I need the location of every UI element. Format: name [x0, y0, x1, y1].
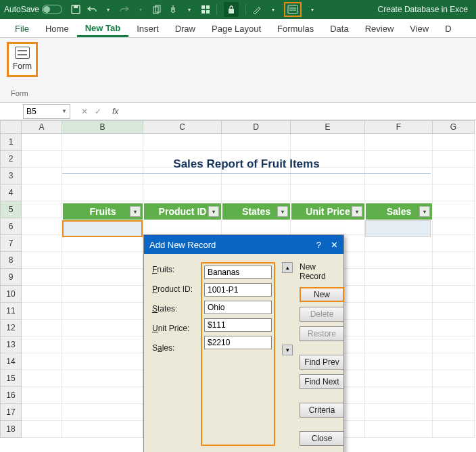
cell[interactable] — [433, 151, 475, 168]
cell[interactable] — [365, 353, 433, 370]
cell[interactable] — [365, 303, 433, 320]
cell[interactable] — [143, 134, 222, 151]
copy-icon[interactable] — [151, 4, 162, 15]
cell[interactable] — [62, 320, 143, 336]
filter-dropdown-icon[interactable]: ▾ — [352, 206, 362, 217]
cell[interactable] — [62, 252, 143, 269]
cell[interactable] — [22, 421, 62, 438]
cell[interactable] — [433, 184, 475, 201]
lock-icon[interactable] — [224, 2, 239, 17]
cell[interactable] — [22, 134, 62, 151]
cell[interactable] — [433, 252, 475, 269]
cell[interactable] — [222, 184, 291, 201]
cell[interactable] — [365, 421, 433, 438]
cell[interactable] — [62, 303, 143, 320]
tab-new-tab[interactable]: New Tab — [77, 20, 129, 37]
column-header-D[interactable]: D — [222, 120, 291, 134]
column-header-B[interactable]: B — [62, 120, 143, 134]
undo-dropdown-icon[interactable]: ▾ — [103, 4, 114, 15]
row-header-13[interactable]: 13 — [0, 336, 22, 353]
cell[interactable] — [22, 303, 62, 320]
confirm-icon[interactable]: ✓ — [95, 107, 101, 116]
cell[interactable] — [22, 168, 62, 184]
row-header-5[interactable]: 5 — [0, 201, 22, 218]
row-header-9[interactable]: 9 — [0, 269, 22, 286]
cell[interactable] — [433, 320, 475, 336]
active-cell-highlight[interactable] — [62, 220, 143, 237]
cell[interactable] — [22, 387, 62, 404]
cell[interactable] — [222, 218, 291, 235]
cell[interactable] — [22, 320, 62, 336]
cell[interactable] — [62, 235, 143, 252]
cell[interactable] — [433, 404, 475, 421]
pen-icon[interactable] — [252, 4, 262, 15]
row-header-17[interactable]: 17 — [0, 404, 22, 421]
column-header-F[interactable]: F — [365, 120, 433, 134]
find-prev-button[interactable]: Find Prev — [300, 355, 344, 370]
field-input-productid[interactable] — [204, 283, 272, 297]
row-header-16[interactable]: 16 — [0, 387, 22, 404]
tab-draw[interactable]: Draw — [167, 20, 204, 37]
cell[interactable] — [62, 336, 143, 353]
row-header-2[interactable]: 2 — [0, 151, 22, 168]
cell[interactable] — [22, 404, 62, 421]
close-button[interactable]: Close — [300, 431, 344, 446]
criteria-button[interactable]: Criteria — [300, 403, 344, 418]
scroll-down-icon[interactable]: ▾ — [282, 345, 293, 355]
row-header-10[interactable]: 10 — [0, 286, 22, 303]
field-input-sales[interactable] — [204, 336, 272, 349]
tab-page-layout[interactable]: Page Layout — [204, 20, 269, 37]
cell[interactable] — [365, 370, 433, 387]
cell[interactable] — [291, 218, 365, 235]
cell[interactable] — [143, 184, 222, 201]
redo-icon[interactable] — [119, 4, 130, 15]
cell[interactable] — [433, 218, 475, 235]
column-header-A[interactable]: A — [22, 120, 62, 134]
cell[interactable] — [433, 235, 475, 252]
cell[interactable] — [62, 404, 143, 421]
row-header-7[interactable]: 7 — [0, 235, 22, 252]
name-box[interactable]: B5 ▼ — [23, 104, 70, 119]
cell[interactable] — [365, 387, 433, 404]
cell[interactable] — [365, 184, 433, 201]
cell[interactable] — [22, 252, 62, 269]
cell[interactable] — [433, 336, 475, 353]
row-header-1[interactable]: 1 — [0, 134, 22, 151]
name-box-dropdown-icon[interactable]: ▼ — [62, 108, 67, 114]
delete-button[interactable]: Delete — [300, 307, 344, 322]
filter-dropdown-icon[interactable]: ▾ — [208, 206, 219, 217]
autosave-toggle[interactable] — [42, 5, 62, 14]
cell[interactable] — [22, 235, 62, 252]
tab-home[interactable]: Home — [37, 20, 77, 37]
form-quick-icon[interactable] — [287, 4, 298, 15]
column-header-G[interactable]: G — [433, 120, 475, 134]
dialog-close-icon[interactable]: ✕ — [331, 240, 338, 250]
cell[interactable] — [365, 320, 433, 336]
form-button[interactable]: Form — [7, 42, 38, 77]
cell[interactable] — [143, 218, 222, 235]
find-next-button[interactable]: Find Next — [300, 374, 344, 389]
qat-more-icon[interactable]: ▾ — [307, 4, 318, 15]
cell[interactable] — [62, 134, 143, 151]
cell[interactable] — [22, 184, 62, 201]
save-icon[interactable] — [70, 4, 81, 15]
cell[interactable] — [433, 168, 475, 184]
dialog-scrollbar[interactable]: ▴ ▾ — [282, 262, 293, 355]
cell[interactable] — [433, 303, 475, 320]
row-header-11[interactable]: 11 — [0, 303, 22, 320]
cell[interactable] — [62, 387, 143, 404]
cell[interactable] — [22, 370, 62, 387]
cell[interactable] — [433, 286, 475, 303]
cell[interactable] — [365, 252, 433, 269]
restore-button[interactable]: Restore — [300, 326, 344, 341]
cell[interactable] — [433, 201, 475, 218]
cell[interactable] — [22, 151, 62, 168]
select-all-corner[interactable] — [0, 120, 22, 134]
cell[interactable] — [62, 184, 143, 201]
redo-dropdown-icon[interactable]: ▾ — [135, 4, 146, 15]
cancel-icon[interactable]: ✕ — [81, 107, 88, 116]
cell[interactable] — [365, 269, 433, 286]
tab-more[interactable]: D — [437, 20, 459, 37]
tab-insert[interactable]: Insert — [128, 20, 167, 37]
cell[interactable] — [62, 370, 143, 387]
